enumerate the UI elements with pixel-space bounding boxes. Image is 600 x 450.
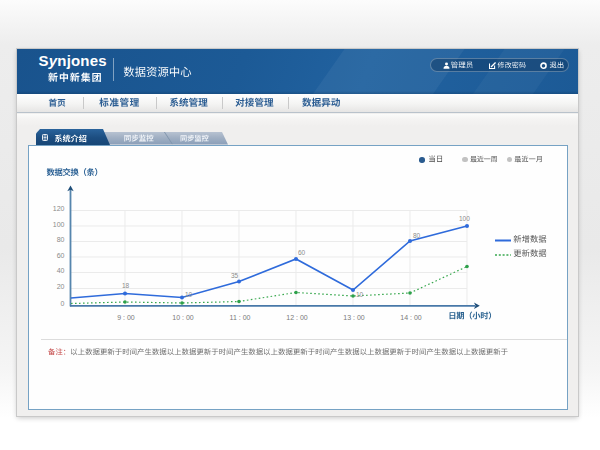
svg-text:13 : 00: 13 : 00 [343, 314, 365, 321]
svg-text:12 : 00: 12 : 00 [286, 314, 308, 321]
svg-text:10: 10 [185, 291, 193, 298]
svg-text:40: 40 [57, 267, 65, 274]
svg-text:11 : 00: 11 : 00 [230, 314, 251, 321]
svg-text:14 : 00: 14 : 00 [400, 314, 422, 321]
svg-text:35: 35 [231, 272, 239, 279]
svg-text:100: 100 [53, 220, 65, 227]
svg-text:0: 0 [61, 300, 65, 307]
svg-text:18: 18 [122, 282, 130, 289]
svg-text:10 : 00: 10 : 00 [172, 314, 194, 321]
svg-text:80: 80 [57, 236, 65, 243]
svg-text:80: 80 [413, 232, 421, 239]
svg-text:120: 120 [53, 205, 65, 212]
svg-text:60: 60 [298, 249, 306, 256]
svg-text:10: 10 [356, 291, 364, 298]
svg-text:9 : 00: 9 : 00 [117, 314, 135, 321]
svg-text:20: 20 [57, 282, 65, 289]
svg-text:60: 60 [57, 251, 65, 258]
svg-text:100: 100 [459, 215, 470, 222]
